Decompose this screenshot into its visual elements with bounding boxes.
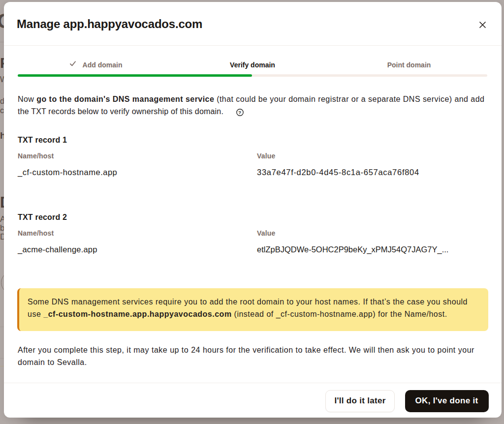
svg-text:?: ? bbox=[238, 109, 241, 115]
